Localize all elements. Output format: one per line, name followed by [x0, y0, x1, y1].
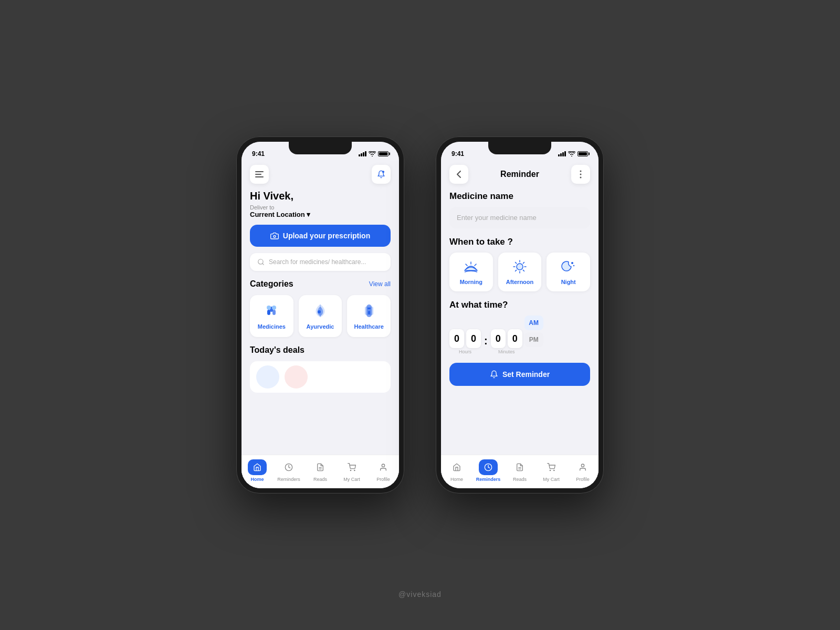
- set-reminder-label: Set Reminder: [502, 370, 550, 379]
- svg-point-6: [267, 306, 271, 310]
- hour-digit-2[interactable]: 0: [466, 329, 481, 348]
- svg-line-32: [523, 270, 524, 271]
- status-icons-2: [558, 151, 588, 156]
- afternoon-option[interactable]: Afternoon: [498, 253, 542, 291]
- reads-nav-icon-2: [516, 463, 524, 471]
- category-healthcare[interactable]: Healthcare: [347, 295, 391, 337]
- minute-digit-1[interactable]: 0: [491, 329, 506, 348]
- phone-reminder: 9:41: [436, 136, 604, 494]
- medicine-input[interactable]: Enter your medicine name: [449, 207, 590, 228]
- hours-group: 0 0 Hours: [449, 329, 481, 354]
- pm-button[interactable]: PM: [524, 332, 543, 347]
- minutes-group: 0 0 Minutes: [491, 329, 522, 354]
- svg-point-7: [272, 306, 276, 310]
- nav-cart-label: My Cart: [343, 477, 360, 482]
- nav2-home[interactable]: Home: [441, 459, 472, 482]
- reminder-screen-content: Reminder Medicine name Enter your med: [441, 161, 598, 488]
- more-icon: [580, 170, 582, 178]
- search-icon: [257, 258, 265, 266]
- signal-icon-2: [558, 151, 566, 156]
- morning-option[interactable]: Morning: [449, 253, 493, 291]
- wifi-icon-2: [568, 151, 575, 156]
- deliver-label: Deliver to: [250, 204, 391, 211]
- minute-digit-2[interactable]: 0: [508, 329, 522, 348]
- menu-button[interactable]: [250, 165, 269, 184]
- hours-label: Hours: [459, 349, 471, 354]
- bell-icon: [377, 170, 385, 178]
- svg-point-18: [382, 464, 384, 467]
- category-medicines[interactable]: Medicines: [250, 295, 293, 337]
- svg-point-41: [554, 470, 554, 470]
- nav2-reminders[interactable]: Reminders: [472, 459, 504, 482]
- when-label: When to take ?: [449, 237, 590, 247]
- search-placeholder: Search for medicines/ healthcare...: [269, 258, 366, 266]
- morning-icon: [463, 259, 479, 275]
- svg-point-21: [580, 177, 581, 178]
- bottom-nav-1: Home Reminders: [242, 455, 399, 488]
- ampm-group: AM PM: [524, 316, 543, 347]
- set-reminder-button[interactable]: Set Reminder: [449, 363, 590, 386]
- am-button[interactable]: AM: [524, 316, 543, 330]
- reads-nav-icon: [316, 463, 324, 471]
- nav2-profile-label: Profile: [576, 477, 590, 482]
- nav2-cart-label: My Cart: [543, 477, 560, 482]
- ayurvedic-icon: [312, 302, 329, 319]
- reminders-nav-icon-2: [484, 463, 492, 471]
- home-screen-content: Hi Vivek, Deliver to Current Location ▾ …: [242, 161, 399, 488]
- svg-rect-11: [368, 308, 371, 309]
- minutes-label: Minutes: [498, 349, 515, 354]
- nav2-cart[interactable]: My Cart: [536, 459, 567, 482]
- medicine-name-label: Medicine name: [449, 191, 590, 202]
- deal-item-2: [285, 365, 308, 388]
- svg-line-31: [516, 262, 517, 264]
- nav-cart[interactable]: My Cart: [336, 459, 368, 482]
- svg-point-19: [580, 171, 581, 172]
- battery-icon: [378, 151, 388, 156]
- reminders-nav-icon: [285, 463, 293, 471]
- deals-title: Today's deals: [250, 345, 304, 355]
- svg-line-23: [466, 264, 467, 266]
- nav-profile[interactable]: Profile: [368, 459, 399, 482]
- svg-point-26: [517, 264, 523, 270]
- medicine-placeholder: Enter your medicine name: [457, 214, 537, 222]
- home-header: [250, 161, 391, 190]
- svg-point-42: [581, 464, 584, 467]
- bell-set-icon: [490, 370, 498, 379]
- svg-point-16: [350, 470, 351, 470]
- svg-point-17: [354, 470, 355, 470]
- notification-button[interactable]: [372, 165, 391, 184]
- night-label: Night: [561, 279, 576, 285]
- status-time-1: 9:41: [252, 150, 265, 158]
- search-bar[interactable]: Search for medicines/ healthcare...: [250, 253, 391, 271]
- nav-reminders[interactable]: Reminders: [273, 459, 304, 482]
- nav-home[interactable]: Home: [242, 459, 273, 482]
- categories-grid: Medicines Ayurvedic: [250, 295, 391, 337]
- reminder-header: Reminder: [449, 161, 590, 191]
- signal-icon: [359, 151, 366, 156]
- back-button[interactable]: [449, 165, 468, 184]
- upload-btn-label: Upload your prescription: [283, 232, 370, 240]
- medicines-icon: [263, 302, 280, 319]
- nav-reads[interactable]: Reads: [304, 459, 336, 482]
- deals-preview: [250, 361, 391, 393]
- location-row[interactable]: Current Location ▾: [250, 211, 391, 218]
- upload-prescription-button[interactable]: Upload your prescription: [250, 225, 391, 247]
- svg-line-33: [523, 262, 524, 264]
- phones-container: 9:41: [236, 136, 604, 494]
- svg-rect-12: [368, 311, 370, 314]
- nav2-reads[interactable]: Reads: [504, 459, 536, 482]
- healthcare-icon: [361, 302, 377, 319]
- svg-point-1: [274, 235, 276, 237]
- more-options-button[interactable]: [571, 165, 590, 184]
- category-ayurvedic[interactable]: Ayurvedic: [299, 295, 342, 337]
- bottom-nav-2: Home Reminders: [441, 455, 598, 488]
- notch: [289, 142, 352, 154]
- svg-point-0: [382, 171, 384, 173]
- nav2-profile[interactable]: Profile: [567, 459, 598, 482]
- view-all-button[interactable]: View all: [369, 280, 391, 288]
- night-option[interactable]: Night: [547, 253, 590, 291]
- status-time-2: 9:41: [452, 150, 464, 158]
- hour-digit-1[interactable]: 0: [449, 329, 464, 348]
- phone-home: 9:41: [236, 136, 404, 494]
- profile-nav-icon-2: [579, 463, 587, 471]
